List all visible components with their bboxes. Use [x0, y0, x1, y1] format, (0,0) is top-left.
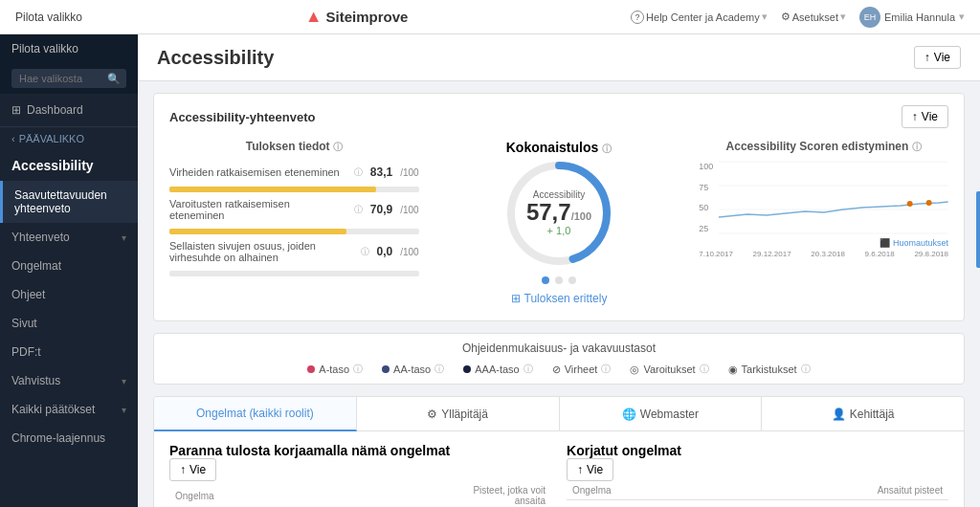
chart-y-25: 25 — [699, 224, 713, 233]
tab-kehittaja[interactable]: 👤 Kehittäjä — [762, 397, 964, 430]
info-icon[interactable]: ⓘ — [602, 143, 612, 154]
metric-row-varoitukset: Varoitusten ratkaisemisen eteneminen ⓘ 7… — [169, 198, 419, 221]
tab-webmaster[interactable]: 🌐 Webmaster — [560, 397, 763, 430]
sidebar-item-kaikki-paatokset[interactable]: Kaikki päätökset ▾ — [0, 395, 138, 424]
metrics-section: Tuloksen tiedot ⓘ Virheiden ratkaisemise… — [169, 140, 419, 284]
col-pisteet: Pisteet, jotka voit ansaita — [459, 481, 551, 507]
info-icon[interactable]: ⓘ — [912, 142, 922, 152]
export-icon: ↑ — [924, 51, 930, 64]
gear-icon: ⚙ — [781, 11, 791, 23]
info-icon[interactable]: ⓘ — [700, 363, 709, 376]
info-icon[interactable]: ⓘ — [333, 142, 343, 152]
varoitukset-icon: ◎ — [630, 364, 639, 376]
erittely-link[interactable]: ⊞ Tuloksen erittely — [511, 292, 608, 305]
kokonaistulos-label: Kokonaistulos ⓘ — [506, 140, 612, 156]
ohje-varoitukset: ◎ Varoitukset ⓘ — [630, 363, 708, 376]
problems-right-vie-button[interactable]: ↑ Vie — [567, 458, 613, 481]
huomautukset-label: ⬛ Huomautukset — [719, 238, 948, 248]
back-chevron-icon: ‹ — [11, 133, 15, 144]
chart-x-1: 7.10.2017 — [699, 250, 733, 258]
info-icon[interactable]: ⓘ — [353, 363, 363, 376]
sidebar-item-chrome-laajennus[interactable]: Chrome-laajennus — [0, 424, 138, 452]
tab-yllapitaja[interactable]: ⚙ Ylläpitäjä — [357, 397, 560, 430]
chart-y-75: 75 — [699, 183, 713, 192]
metric-max: /100 — [400, 205, 418, 215]
tarkistukset-icon: ◉ — [728, 364, 738, 376]
info-icon[interactable]: ⓘ — [434, 363, 444, 376]
sidebar-item-sivut[interactable]: Sivut — [0, 309, 138, 338]
score-dot-2 — [555, 276, 563, 284]
erittely-icon: ⊞ — [511, 292, 521, 305]
a-taso-dot — [307, 365, 315, 373]
aa-taso-dot — [382, 365, 390, 373]
line-chart — [719, 162, 948, 233]
sidebar-item-label: Yhteenveto — [11, 231, 70, 244]
chart-section: Accessibility Scoren edistyminen ⓘ 100 7… — [699, 140, 948, 284]
dashboard-icon: ⊞ — [11, 103, 21, 117]
ohje-aaa-taso: AAA-taso ⓘ — [463, 363, 532, 376]
sidebar-item-saavutettavuuden-yhteenveto[interactable]: Saavutettavuuden yhteenveto — [0, 181, 138, 223]
problems-section: Paranna tulosta korjaamalla nämä ongelma… — [154, 431, 964, 507]
virheet-icon: ⊘ — [552, 364, 561, 376]
accent-bar — [976, 191, 980, 268]
problems-left-vie-button[interactable]: ↑ Vie — [169, 458, 216, 481]
aaa-taso-dot — [463, 365, 471, 373]
score-change: + 1,0 — [526, 226, 591, 237]
export-icon: ↑ — [577, 463, 583, 476]
metric-info-icon[interactable]: ⓘ — [354, 166, 363, 179]
metric-info-icon[interactable]: ⓘ — [361, 246, 369, 258]
metric-label: Sellaisten sivujen osuus, joiden virhesu… — [169, 240, 353, 263]
sidebar-item-ohjeet[interactable]: Ohjeet — [0, 280, 138, 309]
page-vie-button[interactable]: ↑ Vie — [914, 46, 961, 69]
sidebar-item-pdft[interactable]: PDF:t — [0, 338, 138, 366]
settings-link[interactable]: ⚙ Asetukset ▾ — [781, 11, 846, 23]
sidebar-item-ongelmat[interactable]: Ongelmat — [0, 252, 138, 280]
info-icon[interactable]: ⓘ — [801, 363, 811, 376]
scoren-edistyminen-label: Accessibility Scoren edistyminen ⓘ — [699, 140, 948, 154]
chart-x-3: 20.3.2018 — [811, 250, 845, 258]
sidebar-item-label: Sivut — [11, 317, 37, 330]
role-tabs: Ongelmat (kaikki roolit) ⚙ Ylläpitäjä 🌐 … — [153, 396, 965, 507]
metric-max: /100 — [400, 167, 418, 178]
sidebar-item-label: Chrome-laajennus — [11, 431, 105, 445]
metric-row-virheet: Virheiden ratkaisemisen eteneminen ⓘ 83,… — [169, 165, 419, 179]
dashboard-label[interactable]: Dashboard — [27, 103, 83, 117]
score-dot-1 — [542, 276, 549, 284]
sidebar-title: Accessibility — [0, 150, 138, 181]
help-center-link[interactable]: ? Help Center ja Academy ▾ — [631, 11, 768, 24]
export-icon: ↑ — [180, 463, 186, 476]
tab-ongelmat-kaikki[interactable]: Ongelmat (kaikki roolit) — [154, 397, 357, 431]
yllapitaja-icon: ⚙ — [427, 408, 437, 421]
kehittaja-icon: 👤 — [832, 408, 846, 421]
chevron-icon: ▾ — [122, 405, 126, 415]
metric-value: 0,0 — [377, 245, 393, 258]
summary-vie-button[interactable]: ↑ Vie — [902, 105, 948, 128]
col-ongelma: Ongelma — [169, 481, 459, 507]
col-ansaitut: Ansaitut pisteet — [852, 481, 948, 500]
score-value: 57,7/100 — [526, 200, 591, 225]
user-menu[interactable]: EH Emilia Hannula ▾ — [859, 7, 965, 28]
chart-y-100: 100 — [699, 162, 713, 171]
back-label[interactable]: PÄÄVALIKKO — [19, 133, 84, 144]
metric-value: 70,9 — [370, 203, 392, 216]
summary-title: Accessibility-yhteenveto — [169, 110, 315, 124]
help-icon: ? — [631, 11, 644, 24]
pilot-menu[interactable]: Pilota valikko — [15, 11, 82, 24]
page-title: Accessibility — [157, 47, 274, 69]
info-icon[interactable]: ⓘ — [601, 363, 611, 376]
sidebar-item-label: Ohjeet — [11, 288, 45, 301]
svg-point-7 — [926, 200, 932, 206]
metric-info-icon[interactable]: ⓘ — [354, 204, 363, 216]
problems-left-col: Paranna tulosta korjaamalla nämä ongelma… — [169, 443, 551, 507]
col-ongelma: Ongelma — [567, 481, 852, 500]
webmaster-icon: 🌐 — [622, 408, 636, 421]
info-icon[interactable]: ⓘ — [523, 363, 533, 376]
avatar: EH — [859, 7, 880, 28]
sidebar-item-yhteenveto[interactable]: Yhteenveto ▾ — [0, 223, 138, 252]
tuloksen-tiedot-label: Tuloksen tiedot ⓘ — [169, 140, 419, 154]
ohje-aa-taso: AA-taso ⓘ — [382, 363, 444, 376]
sidebar-item-vahvistus[interactable]: Vahvistus ▾ — [0, 366, 138, 395]
ohje-virheet: ⊘ Virheet ⓘ — [552, 363, 612, 376]
pilot-menu-label[interactable]: Pilota valikko — [11, 42, 78, 55]
sidebar-item-label: PDF:t — [11, 345, 41, 359]
